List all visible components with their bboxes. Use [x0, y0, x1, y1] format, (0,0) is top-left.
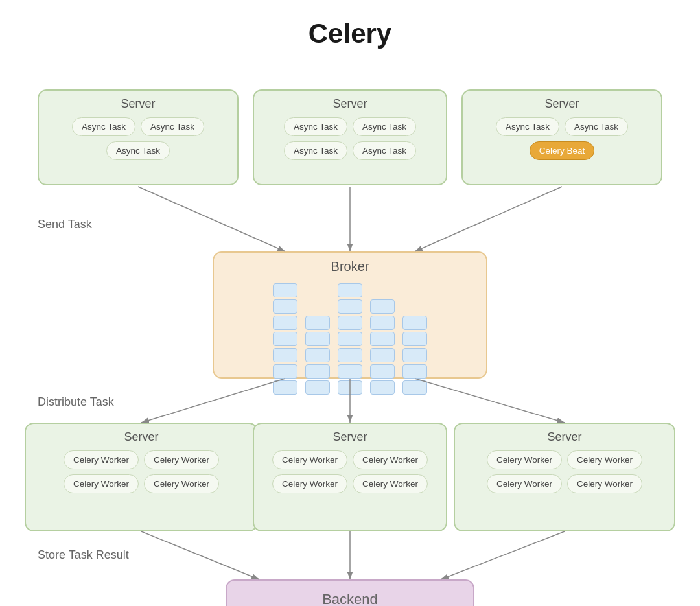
svg-line-7 [415, 379, 565, 423]
svg-line-10 [441, 531, 565, 579]
celery-worker-chip: Celery Worker [353, 474, 428, 493]
task-chips-1: Async Task Async Task Async Task [48, 117, 228, 160]
async-task-chip: Async Task [106, 141, 170, 160]
svg-line-5 [141, 379, 285, 423]
async-task-chip: Async Task [353, 141, 416, 160]
bottom-server-label-3: Server [547, 430, 581, 444]
celery-worker-chip: Celery Worker [567, 474, 642, 493]
celery-worker-chip: Celery Worker [64, 474, 139, 493]
celery-worker-chip: Celery Worker [272, 474, 347, 493]
distribute-task-label: Distribute Task [38, 395, 114, 409]
worker-chips-3: Celery Worker Celery Worker Celery Worke… [464, 450, 665, 493]
store-task-label: Store Task Result [38, 548, 129, 562]
celery-worker-chip: Celery Worker [64, 450, 139, 469]
top-server-3: Server Async Task Async Task Celery Beat [461, 89, 662, 185]
svg-line-8 [141, 531, 259, 579]
svg-line-2 [138, 187, 285, 251]
queue-col-2 [305, 316, 330, 395]
server-label-3: Server [544, 97, 579, 111]
bottom-server-2: Server Celery Worker Celery Worker Celer… [253, 423, 447, 531]
async-task-chip: Async Task [353, 117, 416, 136]
diagram-container: Server Async Task Async Task Async Task … [0, 62, 700, 606]
celery-worker-chip: Celery Worker [272, 450, 347, 469]
queue-col-5 [402, 316, 427, 395]
top-server-2: Server Async Task Async Task Async Task … [253, 89, 447, 185]
server-label-2: Server [332, 97, 367, 111]
worker-chips-2: Celery Worker Celery Worker Celery Worke… [263, 450, 437, 493]
bottom-server-label-1: Server [124, 430, 158, 444]
worker-chips-1: Celery Worker Celery Worker Celery Worke… [35, 450, 248, 493]
task-chips-3: Async Task Async Task Celery Beat [472, 117, 652, 160]
bottom-server-label-2: Server [332, 430, 367, 444]
broker-label: Broker [331, 259, 369, 274]
bottom-server-3: Server Celery Worker Celery Worker Celer… [454, 423, 675, 531]
celery-worker-chip: Celery Worker [487, 450, 562, 469]
queue-group [273, 283, 427, 395]
async-task-chip: Async Task [284, 141, 347, 160]
celery-worker-chip: Celery Worker [144, 450, 219, 469]
svg-line-4 [415, 187, 562, 251]
send-task-label: Send Task [38, 218, 92, 231]
celery-worker-chip: Celery Worker [144, 474, 219, 493]
broker-box: Broker [213, 251, 487, 379]
server-label-1: Server [121, 97, 155, 111]
queue-col-3 [338, 283, 362, 395]
async-task-chip: Async Task [496, 117, 559, 136]
task-chips-2: Async Task Async Task Async Task Async T… [263, 117, 437, 160]
top-server-1: Server Async Task Async Task Async Task [38, 89, 239, 185]
async-task-chip: Async Task [284, 117, 347, 136]
backend-label: Backend [322, 591, 378, 606]
backend-box: Backend [226, 579, 474, 606]
celery-beat-chip: Celery Beat [530, 141, 595, 160]
async-task-chip: Async Task [141, 117, 204, 136]
page-title: Celery [0, 0, 700, 49]
async-task-chip: Async Task [565, 117, 628, 136]
async-task-chip: Async Task [72, 117, 135, 136]
queue-col-4 [370, 299, 395, 395]
celery-worker-chip: Celery Worker [487, 474, 562, 493]
queue-col-1 [273, 283, 298, 395]
celery-worker-chip: Celery Worker [567, 450, 642, 469]
celery-worker-chip: Celery Worker [353, 450, 428, 469]
bottom-server-1: Server Celery Worker Celery Worker Celer… [25, 423, 258, 531]
